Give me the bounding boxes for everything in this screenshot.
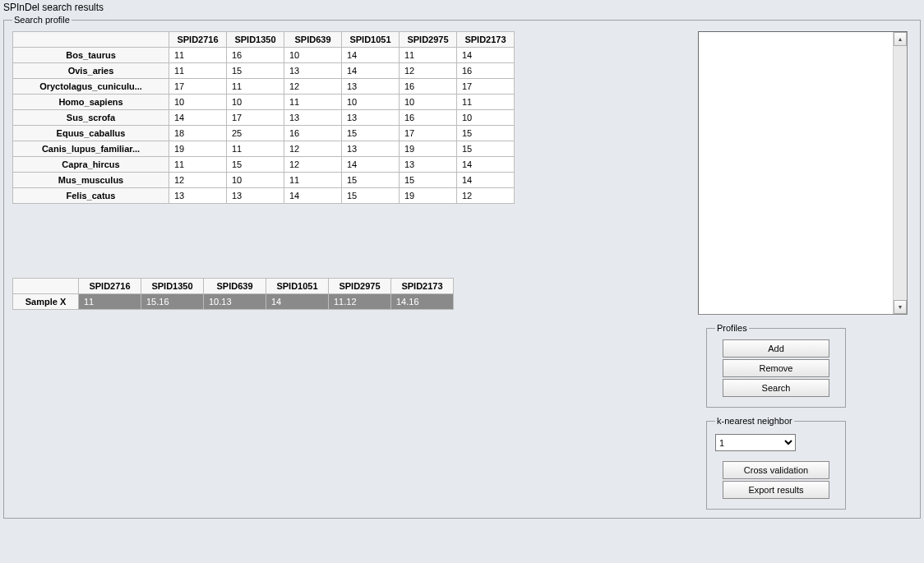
export-results-button[interactable]: Export results	[723, 481, 829, 499]
listbox-content[interactable]	[699, 32, 893, 314]
cell[interactable]: 13	[342, 110, 400, 126]
sample-col-header[interactable]: SPID639	[204, 279, 266, 294]
cell[interactable]: 12	[284, 141, 342, 157]
cell[interactable]: 15	[342, 188, 400, 204]
cell[interactable]: 14	[342, 157, 400, 173]
cell[interactable]: 17	[227, 110, 284, 126]
cell[interactable]: 11	[227, 141, 284, 157]
sample-col-header[interactable]: SPID1051	[266, 279, 329, 294]
remove-button[interactable]: Remove	[723, 359, 829, 377]
table-row[interactable]: Canis_lupus_familiar...191112131915	[13, 141, 515, 157]
cell[interactable]: 13	[169, 188, 227, 204]
table-row[interactable]: Sus_scrofa141713131610	[13, 110, 515, 126]
search-button[interactable]: Search	[723, 379, 829, 397]
cell[interactable]: 15	[342, 126, 400, 141]
cell[interactable]: 13	[284, 63, 342, 79]
table-row[interactable]: Homo_sapiens101011101011	[13, 95, 515, 110]
cell[interactable]: 17	[457, 79, 515, 95]
cell[interactable]: 15	[457, 141, 515, 157]
sample-cell[interactable]: 14.16	[391, 294, 454, 310]
cell[interactable]: 10	[227, 173, 284, 188]
cell[interactable]: 11	[284, 173, 342, 188]
cell[interactable]: 14	[342, 63, 400, 79]
cell[interactable]: 11	[227, 79, 284, 95]
cell[interactable]: 11	[169, 48, 227, 63]
row-header[interactable]: Felis_catus	[13, 188, 169, 204]
sample-col-header[interactable]: SPID2716	[79, 279, 141, 294]
cell[interactable]: 12	[457, 188, 515, 204]
cell[interactable]: 17	[400, 126, 457, 141]
sample-cell[interactable]: 11	[79, 294, 141, 310]
cell[interactable]: 14	[169, 110, 227, 126]
cell[interactable]: 19	[400, 188, 457, 204]
cell[interactable]: 10	[342, 95, 400, 110]
cell[interactable]: 10	[169, 95, 227, 110]
cell[interactable]: 13	[284, 110, 342, 126]
results-table[interactable]: SPID2716 SPID1350 SPID639 SPID1051 SPID2…	[12, 31, 515, 204]
cell[interactable]: 13	[342, 79, 400, 95]
scroll-down-icon[interactable]: ▾	[894, 300, 907, 314]
row-header[interactable]: Equus_caballus	[13, 126, 169, 141]
knn-select[interactable]: 1	[715, 434, 796, 451]
row-header[interactable]: Sus_scrofa	[13, 110, 169, 126]
cell[interactable]: 15	[227, 63, 284, 79]
cross-validation-button[interactable]: Cross validation	[723, 461, 829, 479]
col-header[interactable]: SPID2975	[400, 32, 457, 48]
cell[interactable]: 16	[227, 48, 284, 63]
cell[interactable]: 18	[169, 126, 227, 141]
row-header[interactable]: Oryctolagus_cuniculu...	[13, 79, 169, 95]
cell[interactable]: 10	[400, 95, 457, 110]
cell[interactable]: 19	[169, 141, 227, 157]
cell[interactable]: 16	[457, 63, 515, 79]
cell[interactable]: 11	[169, 157, 227, 173]
sample-row[interactable]: Sample X 11 15.16 10.13 14 11.12 14.16	[13, 294, 454, 310]
sample-table[interactable]: SPID2716 SPID1350 SPID639 SPID1051 SPID2…	[12, 278, 454, 310]
cell[interactable]: 12	[169, 173, 227, 188]
cell[interactable]: 14	[457, 173, 515, 188]
sample-cell[interactable]: 11.12	[329, 294, 391, 310]
add-button[interactable]: Add	[723, 339, 829, 358]
col-header[interactable]: SPID1051	[342, 32, 400, 48]
cell[interactable]: 17	[169, 79, 227, 95]
cell[interactable]: 16	[400, 110, 457, 126]
table-row[interactable]: Felis_catus131314151912	[13, 188, 515, 204]
sample-cell[interactable]: 15.16	[141, 294, 204, 310]
cell[interactable]: 13	[400, 157, 457, 173]
cell[interactable]: 14	[457, 48, 515, 63]
cell[interactable]: 19	[400, 141, 457, 157]
cell[interactable]: 12	[400, 63, 457, 79]
cell[interactable]: 10	[457, 110, 515, 126]
table-row[interactable]: Equus_caballus182516151715	[13, 126, 515, 141]
sample-col-header[interactable]: SPID2173	[391, 279, 454, 294]
results-listbox[interactable]: ▴ ▾	[698, 31, 908, 315]
row-header[interactable]: Ovis_aries	[13, 63, 169, 79]
row-header[interactable]: Bos_taurus	[13, 48, 169, 63]
cell[interactable]: 16	[400, 79, 457, 95]
cell[interactable]: 11	[457, 95, 515, 110]
table-row[interactable]: Mus_musculus121011151514	[13, 173, 515, 188]
sample-col-header[interactable]: SPID2975	[329, 279, 391, 294]
sample-col-header[interactable]: SPID1350	[141, 279, 204, 294]
col-header[interactable]: SPID639	[284, 32, 342, 48]
cell[interactable]: 15	[342, 173, 400, 188]
cell[interactable]: 11	[400, 48, 457, 63]
scrollbar[interactable]: ▴ ▾	[893, 32, 907, 314]
cell[interactable]: 15	[227, 157, 284, 173]
cell[interactable]: 14	[342, 48, 400, 63]
cell[interactable]: 13	[227, 188, 284, 204]
cell[interactable]: 10	[284, 48, 342, 63]
cell[interactable]: 14	[457, 157, 515, 173]
row-header[interactable]: Homo_sapiens	[13, 95, 169, 110]
col-header[interactable]: SPID1350	[227, 32, 284, 48]
cell[interactable]: 12	[284, 79, 342, 95]
sample-cell[interactable]: 14	[266, 294, 329, 310]
col-header[interactable]: SPID2716	[169, 32, 227, 48]
row-header[interactable]: Canis_lupus_familiar...	[13, 141, 169, 157]
cell[interactable]: 11	[169, 63, 227, 79]
sample-cell[interactable]: 10.13	[204, 294, 266, 310]
cell[interactable]: 16	[284, 126, 342, 141]
cell[interactable]: 14	[284, 188, 342, 204]
scroll-up-icon[interactable]: ▴	[894, 32, 907, 46]
col-header[interactable]: SPID2173	[457, 32, 515, 48]
table-row[interactable]: Oryctolagus_cuniculu...171112131617	[13, 79, 515, 95]
